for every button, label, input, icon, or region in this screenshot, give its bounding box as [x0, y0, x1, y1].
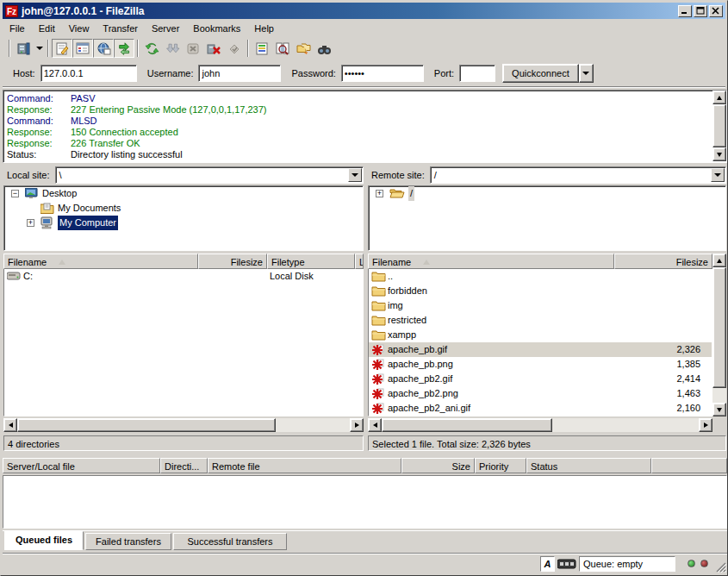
remote-scroll-right-button[interactable]	[699, 418, 712, 432]
local-site-combo[interactable]: \	[55, 166, 364, 184]
close-button[interactable]	[709, 5, 723, 17]
collapse-icon[interactable]: −	[11, 190, 19, 197]
quickconnect-dropdown[interactable]	[579, 64, 594, 83]
menu-view[interactable]: View	[62, 22, 96, 35]
remote-file-row[interactable]: apache_pb2_ani.gif 2,160	[369, 401, 712, 416]
image-file-icon	[371, 388, 384, 400]
remote-scroll-down-button[interactable]	[712, 403, 726, 416]
remote-file-row[interactable]: restricted	[369, 313, 712, 328]
toggle-transfer-queue-button[interactable]	[114, 39, 134, 58]
directory-comparison-button[interactable]	[272, 39, 293, 58]
toggle-local-tree-button[interactable]	[72, 39, 93, 58]
local-scroll-right-button[interactable]	[350, 418, 364, 432]
local-scroll-left-button[interactable]	[3, 418, 17, 432]
site-manager-button[interactable]	[13, 39, 34, 58]
local-hscrollbar-thumb[interactable]	[17, 418, 276, 432]
queue-column-size[interactable]: Size	[401, 458, 475, 473]
port-input[interactable]	[459, 65, 495, 82]
remote-file-row[interactable]: ..	[369, 269, 712, 284]
resize-grip[interactable]	[714, 560, 726, 573]
menu-bookmarks[interactable]: Bookmarks	[186, 22, 247, 35]
remote-site-combo-dropdown[interactable]	[711, 168, 725, 182]
process-queue-button[interactable]	[162, 39, 183, 58]
menu-server[interactable]: Server	[145, 22, 186, 35]
remote-scroll-left-button[interactable]	[368, 418, 382, 432]
remote-file-row[interactable]: apache_pb.png 1,385	[369, 357, 712, 372]
remote-hscrollbar-thumb[interactable]	[382, 418, 552, 432]
scroll-down-icon	[717, 408, 722, 412]
toggle-remote-tree-button[interactable]	[93, 39, 114, 58]
remote-file-row[interactable]: apache_pb2.gif 2,414	[369, 372, 712, 386]
local-column-lastmodified[interactable]: L	[355, 254, 364, 269]
disconnect-button[interactable]	[203, 39, 224, 58]
menu-help[interactable]: Help	[247, 22, 281, 35]
binoculars-icon	[317, 41, 332, 56]
log-scrollbar-thumb[interactable]	[712, 104, 726, 147]
queue-column-remote-file[interactable]: Remote file	[208, 458, 401, 473]
remote-site-combo[interactable]: /	[430, 166, 726, 184]
tree-item-my-computer[interactable]: + My Computer	[4, 216, 363, 230]
tab-failed-transfers[interactable]: Failed transfers	[85, 533, 171, 550]
local-file-list[interactable]: C: Local Disk	[3, 269, 364, 416]
quickconnect-button[interactable]: Quickconnect	[502, 64, 579, 83]
username-input[interactable]	[198, 65, 281, 82]
remote-file-row[interactable]: forbidden	[369, 284, 712, 298]
local-tree[interactable]: − Desktop My Documents +	[3, 185, 364, 251]
remote-tree[interactable]: + /	[368, 185, 726, 251]
remote-column-filesize[interactable]: Filesize	[614, 254, 712, 269]
tree-item-my-documents[interactable]: My Documents	[4, 201, 363, 216]
message-log[interactable]: Command:PASV Response:227 Entering Passi…	[3, 90, 727, 163]
refresh-button[interactable]	[141, 39, 162, 58]
menu-file[interactable]: File	[3, 22, 32, 35]
remote-file-list[interactable]: .. forbidden img restricted xampp apache…	[368, 269, 712, 416]
remote-scroll-up-button[interactable]	[712, 254, 726, 267]
title-bar[interactable]: Fz john@127.0.0.1 - FileZilla	[3, 3, 725, 19]
password-input[interactable]	[341, 65, 424, 82]
queue-column-server-local-file[interactable]: Server/Local file	[3, 458, 160, 473]
speed-limit-badge-icon[interactable]	[557, 559, 576, 569]
local-site-combo-dropdown[interactable]	[348, 168, 362, 182]
host-input[interactable]	[40, 65, 137, 82]
tab-successful-transfers[interactable]: Successful transfers	[173, 533, 287, 550]
local-column-filesize[interactable]: Filesize	[198, 254, 267, 269]
queue-column-direction[interactable]: Directi...	[160, 458, 208, 473]
filename-filters-button[interactable]	[252, 39, 272, 58]
remote-file-row-selected[interactable]: apache_pb.gif 2,326	[369, 342, 712, 357]
local-column-filetype[interactable]: Filetype	[267, 254, 355, 269]
menu-edit[interactable]: Edit	[32, 22, 62, 35]
tree-item-root[interactable]: + /	[369, 186, 725, 201]
minimize-button[interactable]	[678, 5, 692, 17]
queue-column-blank	[651, 458, 727, 473]
tab-queued-files[interactable]: Queued files	[4, 531, 84, 550]
remote-file-row[interactable]: xampp	[369, 328, 712, 342]
maximize-button[interactable]	[694, 5, 707, 17]
toggle-message-log-button[interactable]	[52, 39, 72, 58]
reconnect-button[interactable]	[224, 39, 245, 58]
remote-column-filename[interactable]: Filename	[368, 254, 614, 269]
queue-column-status[interactable]: Status	[526, 458, 651, 473]
log-scroll-up-button[interactable]	[712, 91, 726, 104]
tree-item-desktop[interactable]: − Desktop	[4, 186, 363, 201]
my-computer-icon	[40, 216, 54, 229]
toolbar-separator	[137, 40, 139, 57]
disconnect-icon	[207, 41, 221, 56]
menu-transfer[interactable]: Transfer	[96, 22, 145, 35]
sync-browsing-icon	[296, 41, 311, 56]
file-name: apache_pb.png	[388, 357, 453, 372]
find-files-button[interactable]	[314, 39, 334, 58]
datatype-indicator[interactable]: A	[540, 556, 555, 572]
cancel-operation-button[interactable]	[183, 39, 203, 58]
expand-icon[interactable]: +	[27, 219, 34, 227]
expand-icon[interactable]: +	[376, 190, 383, 197]
local-file-row[interactable]: C: Local Disk	[4, 269, 363, 284]
remote-scrollbar-thumb[interactable]	[712, 267, 726, 388]
queue-list[interactable]	[3, 475, 727, 529]
synchronized-browsing-button[interactable]	[293, 39, 314, 58]
remote-file-row[interactable]: img	[369, 298, 712, 313]
file-name: forbidden	[388, 284, 427, 298]
site-manager-dropdown[interactable]	[34, 39, 45, 58]
log-scroll-down-button[interactable]	[712, 147, 726, 161]
queue-column-priority[interactable]: Priority	[475, 458, 526, 473]
local-column-filename[interactable]: Filename	[3, 254, 198, 269]
remote-file-row[interactable]: apache_pb2.png 1,463	[369, 386, 712, 401]
